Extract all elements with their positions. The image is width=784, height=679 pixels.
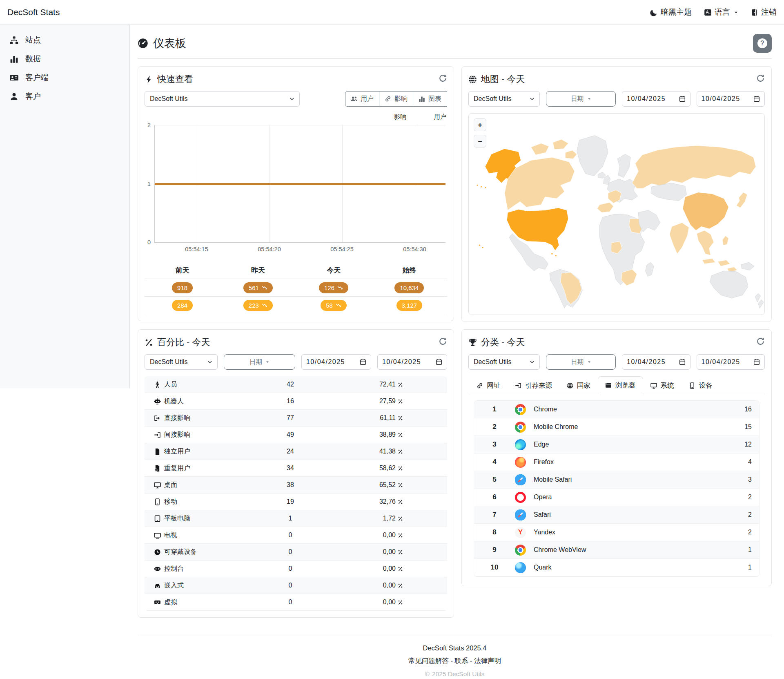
site-select[interactable]: DecSoft Utils: [145, 91, 300, 107]
date-from-input[interactable]: 10/04/2025: [622, 354, 690, 370]
sidebar-item[interactable]: 客户端: [0, 68, 129, 87]
map-zoom-out-button[interactable]: −: [474, 135, 486, 147]
metric-label: 机器人: [164, 397, 258, 406]
refresh-button[interactable]: [756, 74, 765, 85]
bolt-icon: [145, 75, 153, 84]
metric-percent: 0,00: [323, 599, 417, 606]
refresh-icon: [756, 74, 765, 83]
category-tab[interactable]: 网址: [469, 376, 508, 394]
language-menu[interactable]: 语言: [704, 7, 738, 18]
browser-count: 2: [731, 494, 759, 501]
site-select[interactable]: DecSoft Utils: [468, 91, 540, 107]
help-button[interactable]: ?: [753, 34, 772, 53]
logout-button[interactable]: 注销: [751, 7, 777, 18]
sidebar-item[interactable]: 数据: [0, 49, 129, 68]
date-from-input[interactable]: 10/04/2025: [301, 354, 371, 370]
sidebar-item-icon: [9, 36, 19, 45]
site-select[interactable]: DecSoft Utils: [468, 354, 540, 370]
category-tab[interactable]: 国家: [559, 376, 598, 394]
sidebar-item-label: 站点: [25, 35, 41, 45]
browser-ranking-row: 1 Chrome 16: [474, 401, 759, 418]
main-content: 仪表板 ? 快速查看: [130, 25, 784, 679]
refresh-button[interactable]: [439, 337, 447, 348]
categories-card-title: 分类 - 今天: [468, 336, 525, 348]
category-tab[interactable]: 设备: [682, 376, 720, 394]
metric-icon: [150, 582, 164, 589]
view-toggle-button[interactable]: 影响: [379, 91, 413, 107]
calendar-icon: [360, 359, 366, 365]
rank-number: 6: [474, 493, 515, 501]
sidebar-item-label: 客户: [25, 91, 41, 102]
x-axis-tick: 05:54:30: [403, 246, 426, 252]
refresh-button[interactable]: [756, 337, 765, 348]
browser-name: Quark: [534, 564, 731, 571]
percent-table-row: 机器人 16 27,59: [145, 393, 447, 410]
quick-view-card: 快速查看 DecSoft Utils: [138, 66, 454, 321]
category-tab[interactable]: 系统: [643, 376, 682, 394]
map-region-north-america: [477, 136, 608, 271]
browser-icon: [515, 509, 526, 520]
browser-icon: [515, 492, 526, 503]
browser-icon: [515, 474, 526, 485]
metric-value: 38: [258, 481, 323, 489]
view-toggle-button[interactable]: 用户: [345, 91, 379, 107]
site-select[interactable]: DecSoft Utils: [145, 354, 218, 370]
browser-ranking-row: 7 Safari 2: [474, 506, 759, 524]
metric-value: 0: [258, 532, 323, 539]
browser-count: 16: [731, 406, 759, 413]
sidebar-item[interactable]: 站点: [0, 31, 129, 49]
calendar-icon: [679, 96, 686, 102]
category-tabs: 网址 引荐来源 国家: [468, 376, 765, 394]
metric-value: 34: [258, 465, 323, 472]
metric-value: 42: [258, 381, 323, 388]
metric-percent: 72,41: [323, 381, 417, 388]
faq-link[interactable]: 常见问题解答: [408, 657, 449, 664]
browser-name: Mobile Chrome: [534, 423, 731, 431]
users-badge: 284: [172, 300, 193, 311]
trend-down-icon: [262, 302, 267, 308]
percent-icon: [398, 415, 403, 421]
date-from-input[interactable]: 10/04/2025: [622, 91, 690, 107]
metric-value: 0: [258, 599, 323, 606]
chevron-down-icon: [530, 96, 535, 101]
impacts-badge: 561: [243, 282, 273, 293]
rank-number: 5: [474, 476, 515, 484]
percent-table-row: 嵌入式 0 0,00: [145, 577, 447, 594]
view-toggle-button[interactable]: 图表: [413, 91, 447, 107]
quick-stats-table: 前天 昨天 今天 始终 918: [145, 261, 447, 314]
map-zoom-in-button[interactable]: +: [474, 118, 486, 131]
percent-table-row: 间接影响 49 38,89: [145, 427, 447, 443]
date-to-input[interactable]: 10/04/2025: [697, 91, 765, 107]
date-range-button[interactable]: 日期: [546, 354, 616, 370]
category-tab[interactable]: 浏览器: [598, 376, 643, 394]
rank-number: 1: [474, 405, 515, 413]
refresh-button[interactable]: [439, 74, 447, 85]
dark-theme-toggle[interactable]: 暗黑主题: [650, 7, 692, 18]
browser-icon: [515, 439, 526, 450]
date-range-button[interactable]: 日期: [546, 91, 616, 107]
browser-count: 3: [731, 476, 759, 483]
x-axis-tick: 05:54:25: [330, 246, 353, 252]
date-to-input[interactable]: 10/04/2025: [697, 354, 765, 370]
percent-icon: [398, 399, 403, 404]
browser-ranking-row: 6 Opera 2: [474, 489, 759, 506]
stats-header-cell: 今天: [296, 261, 372, 279]
percent-icon: [398, 549, 403, 555]
legal-link[interactable]: 法律声明: [474, 657, 501, 664]
logout-label: 注销: [761, 7, 777, 18]
refresh-icon: [756, 337, 765, 346]
date-to-input[interactable]: 10/04/2025: [377, 354, 447, 370]
category-tab[interactable]: 引荐来源: [508, 376, 559, 394]
metric-percent: 1,72: [323, 515, 417, 522]
contact-link[interactable]: 联系: [455, 657, 468, 664]
percent-table-row: 平板电脑 1 1,72: [145, 510, 447, 527]
speedometer-icon: [138, 38, 148, 49]
browser-ranking-table: 1 Chrome 16 2 Mobile Chrome 15: [474, 400, 760, 577]
metric-label: 移动: [164, 498, 258, 506]
browser-count: 4: [731, 458, 759, 466]
percent-icon: [398, 583, 403, 588]
x-axis-tick: 05:54:15: [185, 246, 208, 252]
refresh-icon: [439, 337, 447, 346]
sidebar-item[interactable]: 客户: [0, 87, 129, 106]
date-range-button[interactable]: 日期: [224, 354, 295, 370]
